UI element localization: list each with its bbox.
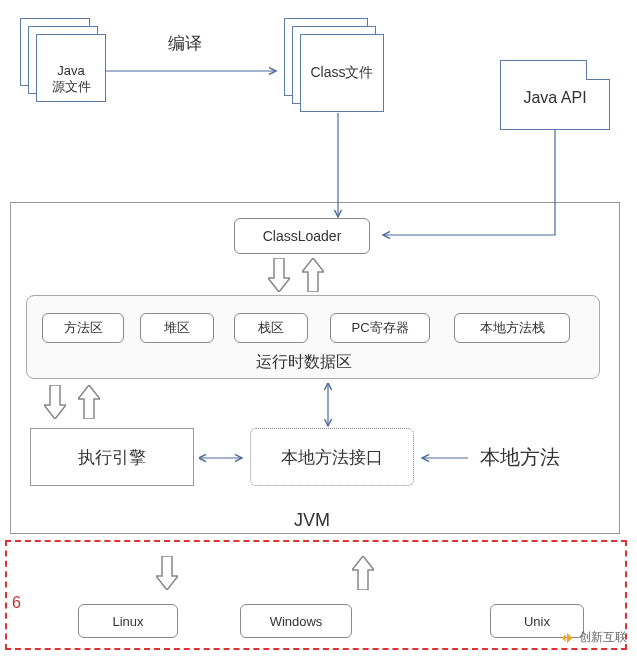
java-source-label1: Java (57, 63, 84, 78)
jvm-label: JVM (294, 510, 330, 531)
linux-box: Linux (78, 604, 178, 638)
corner-label: 6 (12, 594, 21, 612)
classloader-label: ClassLoader (263, 228, 342, 244)
native-interface-box: 本地方法接口 (250, 428, 414, 486)
exec-engine-label: 执行引擎 (78, 446, 146, 469)
arrow-os-to-jvm-up (352, 556, 374, 590)
watermark: 创新互联 (559, 629, 627, 646)
arrow-runtime-to-exec-down (44, 385, 66, 419)
arrow-loader-down (268, 258, 290, 292)
java-api-box: Java API (500, 60, 610, 130)
classloader-box: ClassLoader (234, 218, 370, 254)
watermark-icon (559, 630, 575, 646)
pc-register-box: PC寄存器 (330, 313, 430, 343)
native-method-label: 本地方法 (480, 444, 560, 471)
arrow-jvm-to-os-down (156, 556, 178, 590)
native-stack-label: 本地方法栈 (480, 319, 545, 337)
arrow-source-to-class (106, 66, 284, 76)
windows-label: Windows (270, 614, 323, 629)
arrow-exec-to-runtime-up (78, 385, 100, 419)
native-stack-box: 本地方法栈 (454, 313, 570, 343)
method-area-label: 方法区 (64, 319, 103, 337)
native-interface-label: 本地方法接口 (281, 446, 383, 469)
java-source-label2: 源文件 (52, 78, 91, 96)
heap-label: 堆区 (164, 319, 190, 337)
class-file-label: Class文件 (310, 64, 373, 82)
windows-box: Windows (240, 604, 352, 638)
arrow-runtime-up (302, 258, 324, 292)
stack-box: 栈区 (234, 313, 308, 343)
stack-label: 栈区 (258, 319, 284, 337)
heap-box: 堆区 (140, 313, 214, 343)
java-api-label: Java API (501, 89, 609, 107)
runtime-area-label: 运行时数据区 (256, 352, 352, 373)
watermark-text: 创新互联 (579, 629, 627, 646)
pc-register-label: PC寄存器 (351, 319, 408, 337)
method-area-box: 方法区 (42, 313, 124, 343)
exec-engine-box: 执行引擎 (30, 428, 194, 486)
unix-label: Unix (524, 614, 550, 629)
linux-label: Linux (112, 614, 143, 629)
compile-label: 编译 (168, 32, 202, 55)
